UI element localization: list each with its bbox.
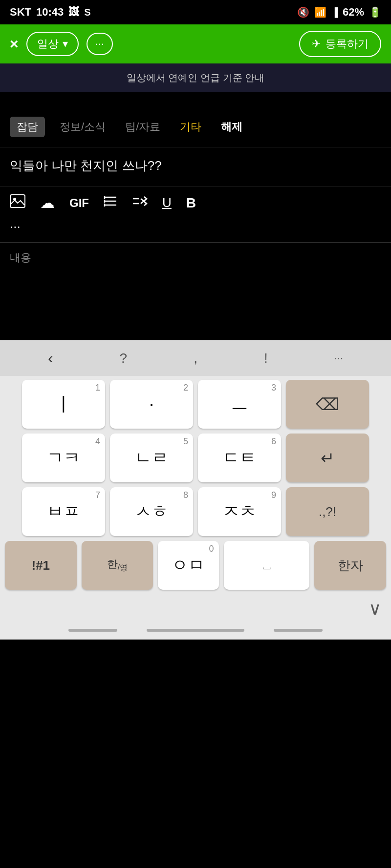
toolbar: ☁ GIF U B ··· bbox=[0, 186, 391, 243]
punct-icon: .,?! bbox=[319, 504, 336, 519]
top-nav: × 일상 ▾ ··· ✈ 등록하기 bbox=[0, 24, 391, 63]
key-ㅂㅍ[interactable]: 7 ㅂㅍ bbox=[22, 487, 105, 536]
status-bar: SKT 10:43 🖼 S 🔇 📶 ▐ 62% 🔋 bbox=[0, 0, 391, 24]
chevron-down-icon: ▾ bbox=[63, 38, 68, 50]
underline-icon[interactable]: U bbox=[162, 195, 172, 210]
key-ㄷㅌ[interactable]: 6 ㄷㅌ bbox=[198, 434, 281, 482]
backspace-icon: ⌫ bbox=[316, 394, 339, 414]
list-icon[interactable] bbox=[104, 195, 117, 211]
key-row-3: 7 ㅂㅍ 8 ㅅㅎ 9 ㅈㅊ .,?! bbox=[5, 487, 386, 536]
tab-정보소식[interactable]: 정보/소식 bbox=[55, 117, 110, 137]
key-ㅣ[interactable]: 1 ㅣ bbox=[22, 380, 105, 429]
chevron-down-bar: ∨ bbox=[0, 594, 391, 624]
more-button[interactable]: ··· bbox=[87, 33, 113, 55]
keyboard-hide-button[interactable]: ∨ bbox=[369, 599, 381, 619]
enter-icon: ↵ bbox=[321, 448, 334, 468]
tab-기타[interactable]: 기타 bbox=[175, 117, 206, 137]
time-label: 10:43 bbox=[36, 6, 64, 19]
key-ㅈㅊ[interactable]: 9 ㅈㅊ bbox=[198, 487, 281, 536]
post-content-text: 익들아 나만 천지인 쓰나?? bbox=[10, 158, 162, 173]
carrier-label: SKT bbox=[10, 6, 31, 19]
inner-content-area[interactable]: 내용 bbox=[0, 243, 391, 340]
battery-icon: 🔋 bbox=[369, 6, 381, 18]
key-lang[interactable]: 한/영 bbox=[82, 541, 153, 590]
key-hanja[interactable]: 한자 bbox=[314, 541, 386, 590]
key-ㅡ[interactable]: 3 ㅡ bbox=[198, 380, 281, 429]
more-tools-icon[interactable]: ··· bbox=[10, 219, 21, 234]
toolbar-row-1: ☁ GIF U B bbox=[10, 194, 381, 211]
more-quick-icon[interactable]: ··· bbox=[334, 352, 343, 365]
wifi-icon: 📶 bbox=[314, 6, 326, 18]
send-icon: ✈ bbox=[312, 38, 321, 50]
svg-rect-0 bbox=[10, 195, 25, 207]
notice-bar: 일상에서 연예인 언급 기준 안내 bbox=[0, 63, 391, 92]
key-punctuation[interactable]: .,?! bbox=[286, 487, 369, 536]
key-space[interactable]: ⎵ bbox=[224, 541, 310, 590]
content-area[interactable]: 익들아 나만 천지인 쓰나?? bbox=[0, 147, 391, 186]
category-dropdown[interactable]: 일상 ▾ bbox=[26, 32, 79, 56]
category-tabs: 잡담 정보/소식 팁/자료 기타 해제 bbox=[0, 107, 391, 147]
key-backspace[interactable]: ⌫ bbox=[286, 380, 369, 429]
key-ㅇㅁ[interactable]: 0 ㅇㅁ bbox=[158, 541, 219, 590]
nav-line-right bbox=[274, 629, 323, 632]
toolbar-row-2: ··· bbox=[10, 219, 381, 234]
key-enter[interactable]: ↵ bbox=[286, 434, 369, 482]
submit-label: 등록하기 bbox=[326, 37, 369, 51]
comma-key[interactable]: , bbox=[194, 351, 197, 366]
battery-label: 62% bbox=[343, 6, 364, 19]
key-special[interactable]: !#1 bbox=[5, 541, 77, 590]
content-placeholder: 내용 bbox=[10, 251, 31, 264]
submit-button[interactable]: ✈ 등록하기 bbox=[299, 31, 381, 57]
image-icon[interactable] bbox=[10, 194, 25, 211]
spacebar-icon: ⎵ bbox=[263, 558, 270, 572]
tab-팁자료[interactable]: 팁/자료 bbox=[120, 117, 165, 137]
notice-text: 일상에서 연예인 언급 기준 안내 bbox=[127, 72, 264, 83]
s-app-icon: S bbox=[84, 7, 90, 18]
gif-icon[interactable]: GIF bbox=[69, 196, 89, 210]
status-left: SKT 10:43 🖼 S bbox=[10, 6, 91, 19]
cloud-icon[interactable]: ☁ bbox=[40, 194, 55, 211]
exclaim-key[interactable]: ! bbox=[264, 351, 268, 366]
spacer bbox=[0, 92, 391, 107]
tab-잡담[interactable]: 잡담 bbox=[10, 117, 45, 137]
quick-bar: ‹ ? , ! ··· bbox=[0, 340, 391, 376]
signal-icon: ▐ bbox=[331, 7, 338, 18]
tab-해제[interactable]: 해제 bbox=[216, 117, 247, 137]
keyboard-area: ‹ ? , ! ··· 1 ㅣ 2 · 3 ㅡ ⌫ bbox=[0, 340, 391, 640]
back-key[interactable]: ‹ bbox=[48, 349, 53, 367]
key-ㅅㅎ[interactable]: 8 ㅅㅎ bbox=[110, 487, 193, 536]
nav-line-left bbox=[68, 629, 117, 632]
question-key[interactable]: ? bbox=[120, 351, 128, 366]
category-label: 일상 bbox=[37, 37, 59, 51]
key-ㄱㅋ[interactable]: 4 ㄱㅋ bbox=[22, 434, 105, 482]
key-row-1: 1 ㅣ 2 · 3 ㅡ ⌫ bbox=[5, 380, 386, 429]
nav-line-center bbox=[147, 629, 244, 632]
shuffle-icon[interactable] bbox=[132, 195, 148, 211]
mute-icon: 🔇 bbox=[297, 6, 309, 18]
bottom-bar bbox=[0, 624, 391, 640]
photo-icon: 🖼 bbox=[68, 6, 79, 19]
status-right: 🔇 📶 ▐ 62% 🔋 bbox=[297, 6, 381, 19]
bold-icon[interactable]: B bbox=[186, 195, 196, 211]
close-button[interactable]: × bbox=[10, 36, 19, 52]
key-ㄴㄹ[interactable]: 5 ㄴㄹ bbox=[110, 434, 193, 482]
key-row-4: !#1 한/영 0 ㅇㅁ ⎵ 한자 bbox=[5, 541, 386, 590]
key-row-2: 4 ㄱㅋ 5 ㄴㄹ 6 ㄷㅌ ↵ bbox=[5, 434, 386, 482]
key-dot[interactable]: 2 · bbox=[110, 380, 193, 429]
keys-grid: 1 ㅣ 2 · 3 ㅡ ⌫ 4 ㄱㅋ 5 ㄴㄹ bbox=[0, 376, 391, 594]
